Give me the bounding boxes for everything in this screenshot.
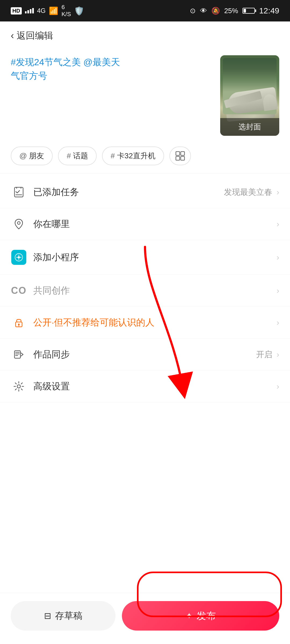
location-label: 你在哪里 [33, 218, 277, 230]
tag-at-friend[interactable]: @ 朋友 [11, 147, 53, 165]
network-type: 4G [37, 7, 46, 14]
svg-rect-0 [176, 152, 180, 155]
post-area: #发现24节气之美 @最美天 气官方号 选封面 [0, 50, 290, 141]
signal-icon [25, 8, 34, 13]
eye-icon: 👁 [200, 7, 207, 15]
settings-icon [13, 380, 25, 392]
menu-visibility[interactable]: 公开·但不推荐给可能认识的人 › [0, 307, 290, 339]
save-draft-button[interactable]: ⊟ 存草稿 [11, 601, 115, 631]
miniapp-icon [11, 250, 26, 265]
draft-icon: ⊟ [44, 611, 51, 621]
visibility-chevron-icon: › [277, 318, 279, 327]
bottom-spacer [0, 402, 290, 456]
divider-1 [0, 173, 290, 174]
select-cover-label: 选封面 [238, 123, 261, 131]
at-icon: @ [19, 152, 27, 160]
location-chevron-icon: › [277, 219, 279, 229]
task-label: 已添加任务 [33, 186, 224, 198]
svg-rect-4 [15, 187, 23, 197]
svg-point-6 [17, 222, 20, 224]
menu-location[interactable]: 你在哪里 › [0, 208, 290, 240]
tag-expand-button[interactable] [169, 147, 191, 165]
co-create-chevron-icon: › [277, 286, 279, 295]
menu-advanced[interactable]: 高级设置 › [0, 371, 290, 402]
back-arrow-icon: ‹ [11, 30, 14, 41]
visibility-label: 公开·但不推荐给可能认识的人 [33, 316, 277, 329]
location-icon [13, 218, 25, 230]
sync-label: 作品同步 [33, 348, 256, 361]
post-text: #发现24节气之美 @最美天 气官方号 [11, 55, 212, 83]
tag-topic-label: 话题 [73, 151, 88, 161]
select-cover-button[interactable]: 选封面 [220, 118, 279, 136]
hash-icon: # [67, 152, 71, 160]
tag-topic[interactable]: # 话题 [58, 147, 97, 165]
svg-point-8 [18, 256, 20, 258]
hash-icon-2: # [111, 152, 115, 160]
task-chevron-icon: › [277, 188, 279, 197]
publish-button[interactable]: ✦ 发布 [122, 601, 279, 631]
bottom-bar: ⊟ 存草稿 ✦ 发布 [0, 593, 290, 644]
menu-co-create[interactable]: CO 共同创作 › [0, 275, 290, 307]
advanced-chevron-icon: › [277, 382, 279, 391]
hd-badge: HD [11, 7, 22, 14]
post-text-area[interactable]: #发现24节气之美 @最美天 气官方号 [11, 55, 212, 136]
svg-rect-2 [176, 156, 180, 160]
header: ‹ 返回编辑 [0, 21, 290, 50]
menu-task[interactable]: 已添加任务 发现最美立春 › [0, 176, 290, 208]
status-bar: HD 4G 📶 6K/S 🛡️ ⊙ 👁 🔕 25% 12:49 [0, 0, 290, 21]
brightness-icon: ⊙ [190, 7, 196, 15]
svg-rect-3 [181, 156, 184, 160]
back-label: 返回编辑 [17, 30, 53, 42]
miniapp-chevron-icon: › [277, 253, 279, 262]
draft-label: 存草稿 [55, 610, 82, 622]
data-speed: 6K/S [61, 4, 71, 18]
task-value: 发现最美立春 [224, 187, 272, 198]
battery-icon [242, 8, 255, 14]
co-create-label: 共同创作 [33, 284, 277, 297]
mute-icon: 🔕 [211, 7, 220, 15]
expand-icon [175, 151, 185, 161]
menu-sync[interactable]: 作品同步 开启 › [0, 339, 290, 371]
sync-value: 开启 [256, 349, 272, 360]
time: 12:49 [259, 6, 279, 15]
tags-row: @ 朋友 # 话题 # 卡32直升机 [0, 141, 290, 171]
task-icon [13, 186, 25, 198]
publish-icon: ✦ [186, 611, 193, 621]
sync-icon [13, 349, 25, 360]
vpn-icon: 🛡️ [74, 6, 84, 16]
back-button[interactable]: ‹ 返回编辑 [11, 30, 53, 42]
lock-icon [13, 317, 25, 328]
svg-point-16 [17, 385, 20, 388]
advanced-label: 高级设置 [33, 380, 277, 393]
tag-friend-label: 朋友 [29, 151, 44, 161]
co-icon: CO [11, 285, 27, 296]
miniapp-label: 添加小程序 [33, 251, 277, 264]
svg-rect-1 [181, 152, 184, 155]
tag-custom-label: 卡32直升机 [117, 151, 155, 161]
publish-label: 发布 [197, 609, 216, 623]
sync-chevron-icon: › [277, 350, 279, 359]
menu-miniapp[interactable]: 添加小程序 › [0, 240, 290, 275]
wifi-icon: 📶 [49, 6, 58, 15]
battery-percent: 25% [224, 7, 238, 15]
post-image-container[interactable]: 选封面 [220, 55, 279, 136]
svg-rect-12 [15, 351, 20, 358]
tag-custom[interactable]: # 卡32直升机 [102, 147, 164, 165]
